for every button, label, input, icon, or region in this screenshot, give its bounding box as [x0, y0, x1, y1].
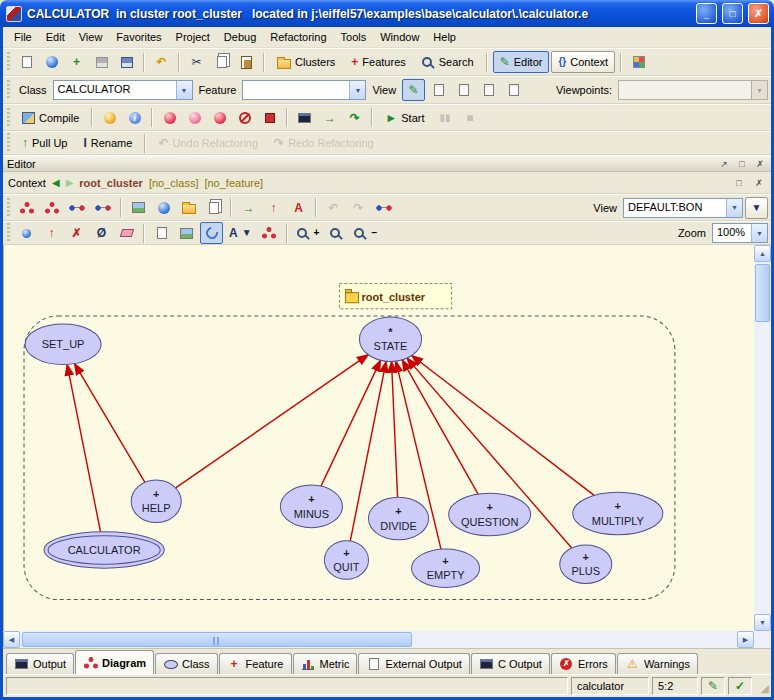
history-list-button[interactable]	[372, 197, 396, 219]
vertical-scroll-track[interactable]	[754, 262, 771, 614]
tab-output[interactable]: Output	[6, 653, 74, 674]
class-node-question[interactable]: +QUESTION	[449, 493, 531, 536]
fit-page-button[interactable]	[325, 222, 348, 244]
diagram-canvas[interactable]: root_clusterSET_UP*STATE+HELPCALCULATOR+…	[3, 245, 754, 631]
anchor-button[interactable]: Ø	[90, 222, 113, 244]
class-node-multiply[interactable]: +MULTIPLY	[573, 492, 663, 535]
interface-view-button[interactable]	[502, 79, 525, 101]
paste-button[interactable]	[235, 51, 258, 73]
context-class-link[interactable]: [no_class]	[149, 177, 199, 189]
scroll-down-arrow[interactable]: ▼	[754, 614, 771, 631]
toolbar-grip[interactable]	[7, 80, 10, 100]
class-node-help[interactable]: +HELP	[131, 480, 181, 523]
menu-refactoring[interactable]: Refactoring	[263, 29, 333, 45]
context-toggle-button[interactable]: {} Context	[551, 51, 615, 73]
class-node-empty[interactable]: +EMPTY	[412, 549, 480, 587]
toolbar-grip[interactable]	[7, 223, 10, 243]
menu-project[interactable]: Project	[169, 29, 217, 45]
viewpoints-combobox-dropdown[interactable]: ▼	[751, 81, 767, 99]
put-class-button[interactable]: ↑	[262, 197, 285, 219]
close-pane-icon[interactable]: ✗	[753, 157, 767, 170]
menu-view[interactable]: View	[72, 29, 110, 45]
tab-metric[interactable]: Metric	[293, 653, 358, 674]
menu-file[interactable]: File	[7, 29, 39, 45]
freeze-button[interactable]	[183, 107, 206, 129]
pull-up-button[interactable]: ↑ Pull Up	[15, 132, 74, 154]
save-button[interactable]	[90, 51, 113, 73]
scroll-up-arrow[interactable]: ▲	[754, 245, 771, 262]
melt-button[interactable]	[158, 107, 181, 129]
stop-button[interactable]: ■	[458, 107, 481, 129]
menu-tools[interactable]: Tools	[334, 29, 374, 45]
stop-compilation-button[interactable]	[258, 107, 281, 129]
compile-button[interactable]: Compile	[15, 107, 86, 129]
class-node-set_up[interactable]: SET_UP	[25, 324, 101, 365]
add-cluster-button[interactable]	[40, 197, 63, 219]
context-close-icon[interactable]: ✗	[752, 176, 766, 189]
basic-text-view-button[interactable]: ✎	[402, 79, 425, 101]
diagram-undo-button[interactable]: ↶	[322, 197, 345, 219]
pause-button[interactable]: ▮▮	[433, 107, 456, 129]
menu-help[interactable]: Help	[426, 29, 463, 45]
editor-pane-header[interactable]: Editor ↗ □ ✗	[3, 155, 771, 172]
close-button[interactable]: ✗	[748, 3, 769, 24]
tab-diagram[interactable]: Diagram	[75, 650, 154, 674]
class-node-divide[interactable]: +DIVIDE	[368, 497, 428, 540]
inheritance-edge-help-state[interactable]	[176, 355, 369, 488]
inheritance-edge-minus-state[interactable]	[321, 360, 381, 486]
text-labels-button[interactable]: A	[287, 197, 310, 219]
add-class-button[interactable]	[15, 197, 38, 219]
menu-favorites[interactable]: Favorites	[109, 29, 168, 45]
resize-grip[interactable]: ◢	[755, 677, 769, 695]
cluster-view-button[interactable]	[177, 197, 200, 219]
feature-combobox[interactable]: ▼	[242, 80, 366, 100]
open-file-button[interactable]	[40, 51, 63, 73]
add-item-button[interactable]: +	[65, 51, 88, 73]
menu-debug[interactable]: Debug	[217, 29, 263, 45]
vertical-scrollbar[interactable]: ▲ ▼	[754, 245, 771, 631]
show-classes-button[interactable]	[15, 222, 38, 244]
float-pane-icon[interactable]: ↗	[717, 157, 731, 170]
inheritance-edge-divide-state[interactable]	[392, 361, 398, 497]
context-cluster-link[interactable]: root_cluster	[79, 177, 143, 189]
clickable-view-button[interactable]	[427, 79, 450, 101]
fit-to-screen-button[interactable]	[175, 222, 198, 244]
step-button[interactable]: →	[318, 107, 341, 129]
new-document-button[interactable]	[15, 51, 38, 73]
contract-view-button[interactable]	[477, 79, 500, 101]
class-combobox[interactable]: CALCULATOR ▼	[53, 80, 193, 100]
toolbar-grip[interactable]	[7, 108, 10, 128]
maximize-pane-icon[interactable]: □	[735, 157, 749, 170]
zoom-in-button[interactable]: +	[293, 222, 324, 244]
inheritance-edge-help-set_up[interactable]	[75, 364, 145, 483]
cut-button[interactable]: ✂	[185, 51, 208, 73]
crop-diagram-button[interactable]	[150, 222, 173, 244]
redo-refactoring-button[interactable]: ↷ Redo Refactoring	[267, 132, 381, 154]
viewpoints-combobox[interactable]: ▼	[618, 80, 768, 100]
horizontal-scroll-thumb[interactable]	[22, 632, 412, 647]
client-supplier-link-button[interactable]	[65, 197, 89, 219]
scroll-left-arrow[interactable]: ◀	[3, 631, 20, 648]
precompile-button[interactable]	[98, 107, 121, 129]
undo-button[interactable]: ↶	[150, 51, 173, 73]
tab-warnings[interactable]: ⚠ Warnings	[617, 653, 698, 674]
context-feature-link[interactable]: [no_feature]	[204, 177, 263, 189]
menu-edit[interactable]: Edit	[39, 29, 72, 45]
delete-item-button[interactable]: ✗	[65, 222, 88, 244]
vertical-scroll-thumb[interactable]	[755, 264, 770, 322]
diagram-view-dropdown[interactable]: ▼	[726, 199, 742, 217]
feature-combobox-dropdown[interactable]: ▼	[349, 81, 365, 99]
class-node-calculator[interactable]: CALCULATOR	[44, 532, 164, 568]
rename-button[interactable]: I Rename	[76, 132, 139, 154]
zoom-out-button[interactable]: −	[350, 222, 381, 244]
features-button[interactable]: + Features	[344, 51, 412, 73]
copy-button[interactable]	[210, 51, 233, 73]
zoom-dropdown[interactable]: ▼	[751, 224, 767, 242]
class-node-quit[interactable]: +QUIT	[324, 541, 368, 579]
export-png-button[interactable]	[127, 197, 150, 219]
diagram-redo-button[interactable]: ↷	[347, 197, 370, 219]
horizontal-scrollbar[interactable]: ◀ ▶	[3, 631, 754, 648]
undo-refactoring-button[interactable]: ↶ Undo Refactoring	[151, 132, 265, 154]
show-inheritance-button[interactable]: ↑	[40, 222, 63, 244]
context-maximize-icon[interactable]: □	[732, 176, 746, 189]
